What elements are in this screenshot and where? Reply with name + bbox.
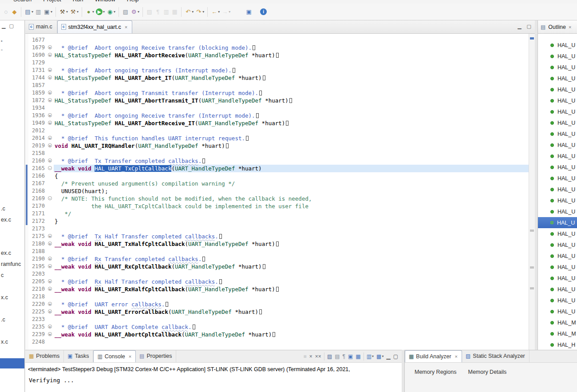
dropdown-arrow-icon[interactable]: ▾ — [138, 10, 139, 14]
fold-expanded-icon[interactable]: - — [48, 196, 52, 200]
code-line[interactable]: HAL_StatusTypeDef HAL_UART_AbortTransmit… — [54, 97, 529, 104]
console-tab-tasks[interactable]: ▣Tasks — [64, 350, 93, 362]
code-line[interactable] — [54, 225, 529, 233]
code-line[interactable]: /* NOTE: This function should not be mod… — [54, 195, 529, 202]
code-line[interactable]: * @brief UART error callbacks. — [54, 301, 529, 308]
outline-item[interactable]: HAL_U — [538, 117, 577, 128]
close-icon[interactable]: × — [125, 24, 127, 30]
menu-item-run[interactable]: Run — [73, 0, 83, 3]
code-line[interactable]: */ — [54, 210, 529, 218]
fold-collapsed-icon[interactable]: + — [48, 264, 52, 268]
analyzer-tab-static-stack-analyzer[interactable]: ▨Static Stack Analyzer — [462, 350, 530, 362]
scroll-lock-icon[interactable]: ▤ — [335, 354, 340, 359]
outline-item[interactable]: HAL_U — [538, 306, 577, 317]
view-toolbar-icon[interactable]: ▪ — [1, 38, 3, 44]
explorer-file-item[interactable]: c — [1, 272, 4, 278]
code-line[interactable]: * @brief Rx Half Transfer completed call… — [54, 278, 529, 285]
console-tab-properties[interactable]: ▤Properties — [136, 350, 176, 362]
pin-console-icon[interactable]: ▣ — [348, 354, 353, 359]
code-line[interactable]: __weak void HAL_UART_RxHalfCpltCallback(… — [54, 285, 529, 293]
code-line[interactable] — [54, 293, 529, 301]
code-line[interactable] — [54, 248, 529, 255]
code-line[interactable]: the HAL_UART_TxCpltCallback could be imp… — [54, 202, 529, 210]
code-line[interactable]: * @brief Tx Half Transfer completed call… — [54, 233, 529, 240]
outline-item[interactable]: HAL_U — [538, 295, 577, 306]
overview-mark[interactable] — [530, 37, 534, 40]
folding-ruler[interactable]: +++++++++++--++++++++++ — [47, 34, 54, 350]
run-icon[interactable]: ▶▾ — [95, 7, 106, 17]
code-line[interactable]: __weak void HAL_UART_TxCpltCallback(UART… — [54, 165, 529, 172]
remove-launch-icon[interactable]: × — [309, 354, 312, 359]
new-icon[interactable]: ▤▾ — [24, 7, 34, 17]
maximize-icon[interactable]: ▢ — [393, 354, 398, 359]
fold-collapsed-icon[interactable]: + — [48, 234, 52, 238]
code-line[interactable] — [54, 127, 529, 135]
fold-collapsed-icon[interactable]: + — [48, 143, 52, 147]
fold-collapsed-icon[interactable]: + — [48, 91, 52, 95]
open-icon[interactable]: ▥ — [34, 7, 43, 17]
outline-item[interactable]: HAL_U — [538, 84, 577, 95]
save-icon[interactable]: ▣▾ — [43, 7, 53, 17]
outline-item[interactable]: HAL_U — [538, 206, 577, 217]
code-line[interactable]: __weak void HAL_UART_AbortCpltCallback(U… — [54, 331, 529, 338]
outline-item[interactable]: HAL_U — [538, 106, 577, 117]
close-icon[interactable]: × — [569, 24, 571, 30]
code-editor[interactable]: 1677167916901729173117441857185918721934… — [25, 34, 535, 350]
display-selected-console-icon[interactable]: ▥▾ — [367, 354, 374, 359]
open-perspective-icon[interactable]: ▣ — [245, 7, 253, 17]
outline-item[interactable]: HAL_U — [538, 95, 577, 106]
menu-item-help[interactable]: Help — [127, 0, 139, 3]
fold-collapsed-icon[interactable]: + — [48, 325, 52, 329]
code-line[interactable] — [54, 36, 529, 44]
line-number-ruler[interactable]: 1677167916901729173117441857185918721934… — [28, 34, 47, 350]
show-console-on-output-icon[interactable]: ▦ — [356, 354, 360, 359]
minimize-icon[interactable]: ▁ — [518, 24, 521, 29]
outline-item[interactable]: HAL_H — [538, 339, 577, 350]
code-line[interactable] — [54, 150, 529, 157]
dropdown-arrow-icon[interactable]: ▾ — [51, 10, 52, 14]
explorer-file-item[interactable]: .c — [1, 317, 5, 323]
explorer-file-item[interactable]: ex.c — [1, 250, 11, 256]
outline-item[interactable]: HAL_U — [538, 273, 577, 284]
explorer-file-item[interactable]: x.c — [1, 339, 8, 345]
code-line[interactable]: * @brief Tx Transfer completed callbacks… — [54, 157, 529, 165]
info-icon[interactable]: i — [259, 7, 268, 17]
code-line[interactable]: { — [54, 172, 529, 180]
code-line[interactable]: * @brief UART Abort Complete callback. — [54, 323, 529, 331]
fold-collapsed-icon[interactable]: + — [48, 257, 52, 261]
code-area[interactable]: * @brief Abort ongoing Receive transfer … — [54, 34, 529, 350]
maximize-icon[interactable]: ▢ — [527, 24, 531, 29]
dropdown-arrow-icon[interactable]: ▾ — [114, 10, 115, 14]
code-line[interactable] — [54, 59, 529, 67]
outline-title[interactable]: Outline — [548, 24, 566, 30]
build-all-icon[interactable]: ⚒▾ — [69, 7, 79, 17]
debug-icon[interactable]: ●▾ — [84, 7, 95, 17]
clear-console-icon[interactable]: ▨ — [327, 354, 332, 359]
close-icon[interactable]: × — [129, 354, 131, 359]
overview-mark[interactable] — [530, 230, 534, 232]
editor-tab[interactable]: cstm32f4xx_hal_uart.c× — [57, 20, 132, 33]
fold-collapsed-icon[interactable]: + — [48, 302, 52, 306]
outline-item[interactable]: HAL_U — [538, 40, 577, 51]
code-line[interactable] — [54, 316, 529, 323]
outline-item[interactable]: HAL_U — [538, 139, 577, 150]
fold-collapsed-icon[interactable]: + — [48, 309, 52, 313]
annotation-ruler[interactable] — [25, 34, 28, 350]
outline-item[interactable]: HAL_U — [538, 261, 577, 273]
explorer-file-item[interactable]: ramfunc — [1, 261, 21, 267]
dropdown-arrow-icon[interactable]: ▾ — [66, 10, 68, 14]
fold-collapsed-icon[interactable]: + — [48, 98, 52, 102]
outline-item[interactable]: HAL_U — [538, 228, 577, 239]
remove-all-terminated-icon[interactable]: ×× — [315, 354, 321, 359]
code-line[interactable]: __weak void HAL_UART_RxCpltCallback(UART… — [54, 263, 529, 270]
fold-collapsed-icon[interactable]: + — [48, 53, 52, 57]
outline-item[interactable]: HAL_M — [538, 328, 577, 339]
outline-item[interactable]: HAL_U — [538, 150, 577, 162]
code-line[interactable] — [54, 338, 529, 346]
code-line[interactable]: * @brief Abort ongoing Receive transfer … — [54, 44, 529, 51]
explorer-file-item[interactable]: ex.c — [1, 217, 11, 223]
explorer-selected-item[interactable] — [0, 358, 24, 368]
overview-ruler[interactable] — [529, 34, 535, 350]
fold-expanded-icon[interactable]: - — [48, 166, 52, 170]
console-tab-problems[interactable]: ▦Problems — [25, 350, 64, 362]
